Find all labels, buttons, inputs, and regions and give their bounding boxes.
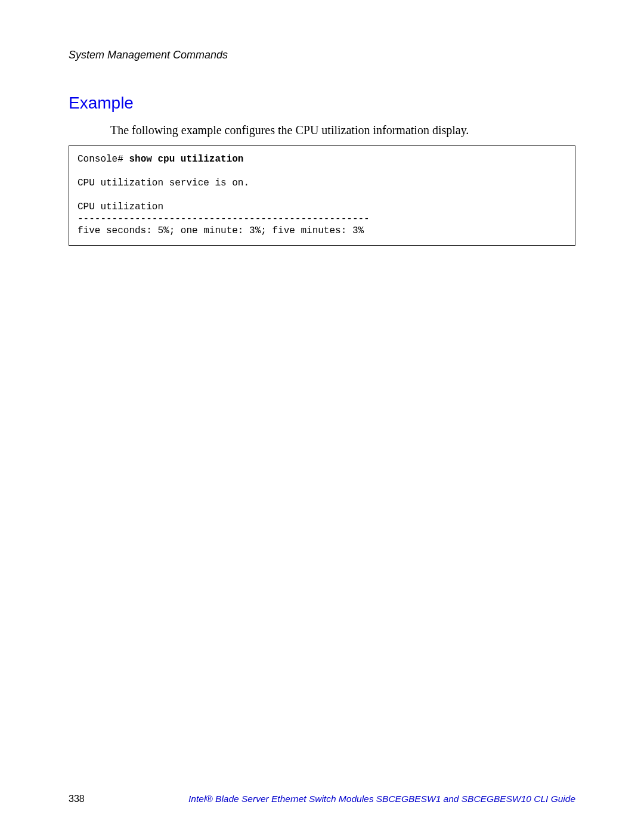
code-line: CPU utilization service is on. (78, 178, 249, 188)
code-box: Console# show cpu utilization CPU utiliz… (69, 145, 575, 246)
code-line: five seconds: 5%; one minute: 3%; five m… (78, 225, 364, 236)
example-intro-text: The following example configures the CPU… (69, 123, 575, 137)
code-line: ----------------------------------------… (78, 213, 370, 224)
footer-title: Intel® Blade Server Ethernet Switch Modu… (188, 794, 575, 804)
code-line: CPU utilization (78, 202, 163, 212)
page-number: 338 (69, 794, 85, 804)
section-heading-example: Example (69, 94, 575, 113)
page: System Management Commands Example The f… (0, 0, 644, 833)
code-command: show cpu utilization (129, 154, 243, 165)
code-prompt: Console# (78, 154, 129, 165)
page-footer: 338 Intel® Blade Server Ethernet Switch … (69, 794, 575, 804)
running-header: System Management Commands (69, 49, 575, 61)
